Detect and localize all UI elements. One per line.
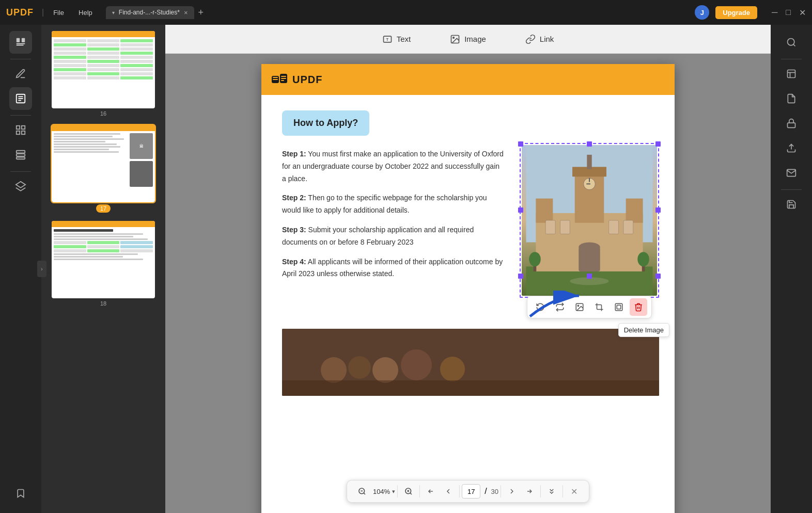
arrow-pointer	[525, 291, 587, 324]
right-icon-save[interactable]	[780, 193, 803, 216]
first-page-button[interactable]	[422, 483, 440, 500]
image-tool-button[interactable]: Image	[441, 30, 495, 49]
sidebar-icon-edit[interactable]	[9, 87, 32, 110]
thumbnail-17[interactable]: 🏛 17	[45, 125, 161, 213]
thumb-num-17: 17	[96, 204, 111, 213]
nav-separator-6	[563, 485, 563, 498]
svg-line-63	[364, 493, 365, 494]
sidebar-icon-organize[interactable]	[9, 143, 32, 166]
top-toolbar: T Text Image Link	[165, 25, 771, 54]
svg-rect-0	[17, 38, 20, 42]
image-tool-label: Image	[464, 35, 486, 43]
close-nav-button[interactable]: ✕	[565, 483, 583, 500]
handle-top-middle[interactable]	[587, 141, 592, 147]
link-tool-label: Link	[540, 35, 554, 43]
handle-top-left[interactable]	[518, 141, 523, 147]
zoom-dropdown-arrow[interactable]: ▾	[392, 488, 395, 495]
text-tool-label: Text	[397, 35, 411, 43]
page-slash: /	[485, 487, 487, 496]
last-page-button[interactable]	[521, 483, 538, 500]
link-tool-button[interactable]: Link	[516, 30, 564, 49]
nav-separator-2	[419, 485, 420, 498]
svg-rect-25	[281, 78, 286, 79]
sidebar-expand-button[interactable]: ›	[37, 261, 46, 277]
sidebar-icon-layers[interactable]	[9, 175, 32, 198]
step2-content: Then go to the specific webpage for the …	[282, 194, 487, 214]
sidebar-icon-annotate[interactable]	[9, 62, 32, 85]
skip-down-button[interactable]	[543, 483, 560, 500]
right-icon-ocr[interactable]	[780, 62, 803, 85]
step3-content: Submit your scholarship application and …	[282, 226, 474, 246]
close-button[interactable]: ✕	[799, 8, 806, 18]
nav-separator-4	[501, 485, 501, 498]
svg-rect-11	[22, 131, 25, 134]
zoom-in-button[interactable]	[400, 483, 417, 500]
tab-area: ▾ Find-and-...-r-Studies* × +	[106, 6, 204, 19]
thumb-group-img	[130, 161, 153, 187]
handle-top-right[interactable]	[655, 141, 661, 147]
tab-add-button[interactable]: +	[198, 7, 204, 18]
handle-middle-right[interactable]	[655, 207, 661, 213]
next-page-button[interactable]	[503, 483, 521, 500]
thumb-num-18: 18	[100, 300, 106, 307]
svg-rect-26	[281, 80, 284, 81]
right-icon-email[interactable]	[780, 162, 803, 184]
content-area: Step 1: You must first make an applicati…	[282, 148, 659, 318]
upgrade-button[interactable]: Upgrade	[715, 6, 757, 19]
right-icon-share[interactable]	[780, 137, 803, 159]
thumbnail-16[interactable]: 16	[45, 31, 161, 117]
svg-text:T: T	[386, 37, 388, 42]
step1-bold: Step 1:	[282, 150, 306, 158]
window-controls: ─ □ ✕	[772, 8, 806, 18]
nav-separator-1	[397, 485, 398, 498]
right-sidebar	[771, 25, 812, 513]
bottom-navigation: 104% ▾ / 30 ✕	[347, 480, 589, 503]
handle-bottom-middle[interactable]	[587, 274, 592, 279]
right-icon-protect[interactable]	[780, 112, 803, 135]
sidebar-icon-bookmark[interactable]	[9, 482, 32, 505]
handle-bottom-right[interactable]	[655, 274, 661, 279]
page-number-input[interactable]	[462, 484, 480, 499]
svg-line-66	[410, 493, 412, 494]
step4-bold: Step 4:	[282, 258, 306, 266]
image-selection-wrapper[interactable]: Delete Image	[520, 143, 659, 318]
svg-rect-76	[788, 123, 795, 127]
separator: |	[42, 8, 44, 17]
svg-line-72	[793, 44, 795, 46]
tab-close-button[interactable]: ×	[184, 9, 188, 17]
text-tool-button[interactable]: T Text	[373, 30, 420, 49]
sidebar-divider-1	[10, 59, 31, 59]
right-icon-search[interactable]	[780, 31, 803, 54]
step3-bold: Step 3:	[282, 226, 306, 234]
handle-bottom-left[interactable]	[518, 274, 523, 279]
svg-rect-1	[22, 38, 25, 42]
delete-image-tooltip: Delete Image	[618, 323, 669, 337]
svg-rect-14	[17, 157, 25, 159]
apply-title: How to Apply?	[293, 118, 358, 128]
menu-file[interactable]: File	[48, 7, 69, 19]
page-logo-text: UPDF	[292, 74, 322, 86]
right-icon-convert[interactable]	[780, 87, 803, 110]
user-area: J Upgrade ─ □ ✕	[695, 5, 806, 20]
handle-middle-left[interactable]	[518, 207, 523, 213]
active-tab[interactable]: ▾ Find-and-...-r-Studies* ×	[106, 6, 194, 19]
page-canvas: UPDF How to Apply? Step 1: You must firs…	[261, 64, 675, 513]
sidebar-divider-3	[10, 171, 31, 172]
zoom-out-button[interactable]	[353, 483, 371, 500]
step4-text: Step 4: All applicants will be informed …	[282, 256, 504, 281]
sidebar-icon-reader[interactable]	[9, 31, 32, 54]
prev-page-button[interactable]	[440, 483, 457, 500]
svg-rect-13	[17, 154, 25, 156]
image-delete-button[interactable]	[630, 298, 647, 316]
menu-help[interactable]: Help	[73, 7, 98, 19]
svg-rect-24	[281, 76, 286, 77]
thumbnail-18[interactable]: 18	[45, 221, 161, 307]
image-tool-extract[interactable]	[610, 298, 628, 316]
minimize-button[interactable]: ─	[772, 8, 777, 18]
image-tool-crop[interactable]	[590, 298, 608, 316]
maximize-button[interactable]: □	[786, 8, 791, 18]
nav-separator-3	[459, 485, 460, 498]
svg-rect-12	[17, 151, 25, 153]
sidebar-icon-pages[interactable]	[9, 119, 32, 141]
step1-text: Step 1: You must first make an applicati…	[282, 148, 504, 185]
